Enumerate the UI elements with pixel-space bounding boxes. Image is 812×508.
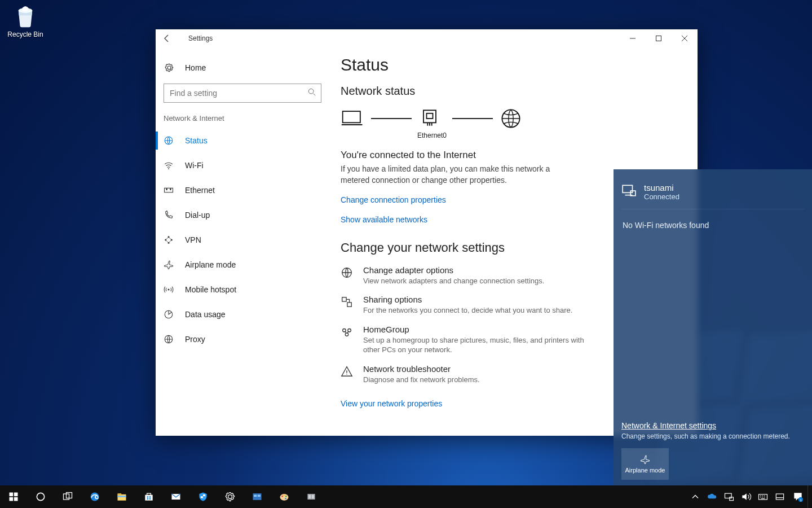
taskbar-edge[interactable] bbox=[81, 485, 108, 508]
desktop-icon-recycle-bin[interactable]: Recycle Bin bbox=[6, 5, 45, 38]
svg-point-51 bbox=[281, 496, 283, 497]
taskbar-app2[interactable] bbox=[298, 485, 325, 508]
airplane-icon bbox=[640, 454, 650, 465]
ethernet-connected-icon bbox=[621, 183, 637, 198]
cortana-button[interactable] bbox=[27, 485, 54, 508]
search-input[interactable] bbox=[164, 84, 321, 103]
globe-icon bbox=[164, 135, 175, 146]
nav-label: Data usage bbox=[185, 310, 226, 319]
svg-rect-48 bbox=[254, 495, 257, 497]
tray-volume[interactable] bbox=[738, 485, 754, 508]
close-button[interactable] bbox=[672, 29, 698, 47]
svg-point-52 bbox=[284, 494, 285, 496]
link-change-properties[interactable]: Change connection properties bbox=[341, 195, 446, 204]
svg-rect-6 bbox=[166, 188, 167, 190]
network-diagram: Ethernet0 bbox=[341, 108, 683, 139]
svg-text:1: 1 bbox=[800, 498, 801, 502]
option-title: Sharing options bbox=[363, 295, 572, 304]
hotspot-icon bbox=[164, 284, 175, 295]
section-network-status: Network status bbox=[341, 85, 683, 98]
tray-action-center[interactable]: 1 bbox=[788, 485, 807, 508]
svg-rect-30 bbox=[14, 497, 18, 501]
link-show-networks[interactable]: Show available networks bbox=[341, 215, 427, 224]
internet-icon bbox=[498, 108, 523, 139]
network-state: Connected bbox=[644, 192, 679, 201]
svg-rect-7 bbox=[170, 188, 171, 190]
option-title: HomeGroup bbox=[363, 325, 589, 334]
taskbar-store[interactable] bbox=[135, 485, 162, 508]
link-view-properties[interactable]: View your network properties bbox=[341, 399, 442, 408]
option-homegroup[interactable]: HomeGroupSet up a homegroup to share pic… bbox=[341, 325, 589, 355]
airplane-icon bbox=[164, 260, 175, 270]
gear-icon bbox=[164, 63, 175, 73]
tray-chevron[interactable] bbox=[687, 485, 704, 508]
taskbar-explorer[interactable] bbox=[108, 485, 135, 508]
option-sharing[interactable]: Sharing optionsFor the networks you conn… bbox=[341, 295, 589, 316]
flyout-settings-link[interactable]: Network & Internet settings bbox=[621, 421, 804, 430]
network-entry[interactable]: tsunami Connected bbox=[621, 177, 804, 209]
tray-onedrive[interactable] bbox=[704, 485, 721, 508]
recycle-bin-icon bbox=[14, 5, 37, 28]
option-desc: Set up a homegroup to share pictures, mu… bbox=[363, 335, 589, 355]
option-adapter[interactable]: Change adapter optionsView network adapt… bbox=[341, 265, 589, 286]
taskbar-paint[interactable] bbox=[271, 485, 298, 508]
taskbar-defender[interactable] bbox=[189, 485, 217, 508]
nav-datausage[interactable]: Data usage bbox=[156, 302, 329, 327]
svg-rect-36 bbox=[118, 493, 122, 495]
nav-airplane[interactable]: Airplane mode bbox=[156, 252, 329, 277]
nav-wifi[interactable]: Wi-Fi bbox=[156, 153, 329, 178]
svg-rect-56 bbox=[308, 495, 311, 499]
flyout-airplane-toggle[interactable]: Airplane mode bbox=[621, 448, 669, 480]
nav-label: Airplane mode bbox=[185, 260, 236, 269]
option-desc: For the networks you connect to, decide … bbox=[363, 305, 572, 316]
svg-rect-21 bbox=[347, 303, 351, 306]
nav-vpn[interactable]: VPN bbox=[156, 227, 329, 252]
desktop-icon-label: Recycle Bin bbox=[6, 30, 45, 38]
svg-rect-57 bbox=[312, 495, 314, 499]
search-icon bbox=[308, 88, 316, 96]
start-button[interactable] bbox=[0, 485, 27, 508]
svg-point-12 bbox=[168, 289, 170, 291]
adapter-label: Ethernet0 bbox=[417, 132, 447, 139]
flyout-settings-desc: Change settings, such as making a connec… bbox=[621, 432, 804, 440]
maximize-button[interactable] bbox=[646, 29, 672, 47]
minimize-button[interactable] bbox=[620, 29, 646, 47]
svg-rect-5 bbox=[165, 188, 173, 192]
svg-rect-20 bbox=[342, 297, 346, 301]
nav-label: Mobile hotspot bbox=[185, 285, 236, 294]
window-title: Settings bbox=[188, 34, 213, 42]
taskbar-mail[interactable] bbox=[162, 485, 189, 508]
no-wifi-label: No Wi-Fi networks found bbox=[623, 221, 803, 230]
option-troubleshoot[interactable]: Network troubleshooterDiagnose and fix n… bbox=[341, 364, 589, 385]
taskbar-app1[interactable] bbox=[244, 485, 271, 508]
svg-rect-29 bbox=[10, 497, 14, 501]
taskview-button[interactable] bbox=[54, 485, 81, 508]
svg-rect-17 bbox=[427, 113, 433, 119]
svg-rect-61 bbox=[776, 494, 783, 500]
show-desktop[interactable] bbox=[807, 485, 812, 508]
nav-status[interactable]: Status bbox=[156, 128, 329, 153]
homegroup-icon bbox=[341, 326, 354, 355]
nav-hotspot[interactable]: Mobile hotspot bbox=[156, 277, 329, 302]
svg-point-24 bbox=[345, 333, 348, 336]
svg-rect-16 bbox=[423, 110, 436, 122]
nav-proxy[interactable]: Proxy bbox=[156, 327, 329, 352]
svg-rect-46 bbox=[203, 496, 205, 498]
ethernet-icon bbox=[164, 185, 175, 195]
nav-label: VPN bbox=[185, 235, 201, 244]
taskbar-settings[interactable] bbox=[217, 485, 244, 508]
svg-point-53 bbox=[285, 496, 287, 497]
sidebar-home[interactable]: Home bbox=[156, 55, 329, 80]
nav-dialup[interactable]: Dial-up bbox=[156, 203, 329, 227]
phone-icon bbox=[164, 210, 175, 220]
tray-input[interactable] bbox=[771, 485, 788, 508]
svg-rect-49 bbox=[258, 495, 261, 497]
sidebar-home-label: Home bbox=[185, 63, 206, 72]
tray-network[interactable] bbox=[721, 485, 738, 508]
back-button[interactable] bbox=[162, 34, 178, 43]
tray-keyboard[interactable] bbox=[754, 485, 771, 508]
nav-ethernet[interactable]: Ethernet bbox=[156, 178, 329, 203]
page-title: Status bbox=[341, 55, 683, 75]
svg-point-54 bbox=[285, 498, 286, 500]
nav-label: Status bbox=[185, 136, 208, 145]
